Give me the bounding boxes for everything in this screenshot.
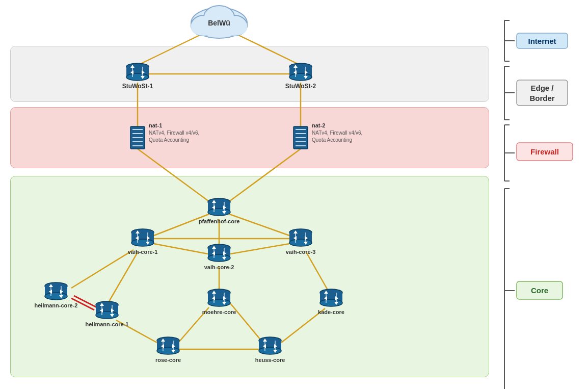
legend-firewall-label: Firewall (530, 147, 559, 156)
legend-edge-label1: Edge / (530, 84, 554, 92)
zone-core (10, 176, 489, 377)
legend-svg: Internet Edge / Border Firewall Core (499, 15, 588, 389)
legend-area: Internet Edge / Border Firewall Core (499, 0, 588, 389)
legend-core-label: Core (531, 286, 548, 295)
diagram-area: BelWü StuWoSt-1 StuWoSt-2 nat-1 NATv4, F… (0, 0, 499, 389)
zone-internet (0, 0, 499, 46)
zone-edge (10, 46, 489, 102)
legend-edge-label2: Border (529, 94, 554, 102)
zone-firewall (10, 107, 489, 168)
main-container: BelWü StuWoSt-1 StuWoSt-2 nat-1 NATv4, F… (0, 0, 588, 389)
legend-internet-label: Internet (528, 37, 556, 45)
